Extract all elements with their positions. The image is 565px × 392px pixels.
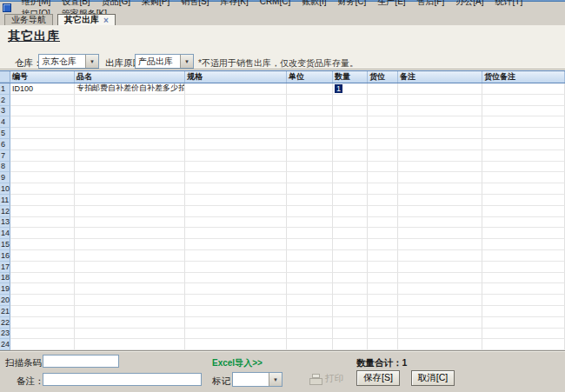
table-cell[interactable] — [398, 183, 482, 195]
table-cell[interactable] — [287, 83, 333, 95]
table-cell[interactable] — [333, 162, 368, 173]
table-cell[interactable] — [333, 206, 368, 217]
table-cell[interactable] — [368, 317, 398, 329]
table-cell[interactable] — [482, 329, 565, 340]
table-cell[interactable] — [482, 128, 565, 139]
table-cell[interactable] — [398, 206, 482, 217]
tab-other-outbound[interactable]: 其它出库 × — [57, 14, 116, 25]
menu-item-8[interactable]: 财务[C] — [332, 0, 372, 6]
table-cell[interactable] — [75, 283, 185, 295]
table-cell[interactable] — [185, 306, 287, 317]
table-cell[interactable] — [333, 116, 368, 128]
table-cell[interactable] — [368, 183, 398, 195]
table-cell[interactable] — [482, 150, 565, 162]
table-cell[interactable] — [75, 217, 185, 229]
table-cell[interactable] — [10, 239, 75, 250]
table-cell[interactable] — [185, 339, 287, 350]
table-cell[interactable] — [185, 206, 287, 217]
menu-item-7[interactable]: 账款[I] — [296, 0, 332, 6]
table-cell[interactable] — [482, 183, 565, 195]
table-cell[interactable] — [287, 239, 333, 250]
row-number-cell[interactable]: 19 — [0, 283, 10, 295]
menu-item-11[interactable]: 办公[A] — [450, 0, 489, 6]
table-cell[interactable] — [333, 217, 368, 229]
row-number-cell[interactable]: 17 — [0, 262, 10, 273]
table-cell[interactable] — [482, 283, 565, 295]
table-cell[interactable] — [185, 228, 287, 239]
table-cell[interactable] — [482, 273, 565, 284]
table-cell[interactable] — [10, 317, 75, 329]
row-number-cell[interactable]: 16 — [0, 250, 10, 262]
table-cell[interactable] — [75, 162, 185, 173]
table-cell[interactable] — [10, 206, 75, 217]
table-cell[interactable] — [185, 317, 287, 329]
table-cell[interactable] — [333, 239, 368, 250]
table-cell[interactable] — [333, 262, 368, 273]
table-cell[interactable] — [398, 95, 482, 106]
table-cell[interactable] — [482, 206, 565, 217]
table-cell[interactable] — [333, 339, 368, 350]
table-cell[interactable] — [287, 183, 333, 195]
table-cell[interactable] — [10, 150, 75, 162]
table-cell[interactable] — [368, 306, 398, 317]
table-cell[interactable] — [185, 95, 287, 106]
table-cell[interactable] — [368, 83, 398, 95]
table-cell[interactable] — [368, 273, 398, 284]
table-cell[interactable] — [482, 139, 565, 150]
row-number-cell[interactable]: 2 — [0, 95, 10, 106]
table-cell[interactable] — [75, 317, 185, 329]
scan-barcode-input[interactable] — [43, 355, 119, 368]
table-cell[interactable] — [333, 106, 368, 117]
row-number-cell[interactable]: 23 — [0, 329, 10, 340]
table-cell[interactable] — [368, 250, 398, 262]
table-cell[interactable] — [398, 317, 482, 329]
table-cell[interactable] — [482, 339, 565, 350]
table-cell[interactable] — [333, 329, 368, 340]
table-cell[interactable] — [368, 139, 398, 150]
table-cell[interactable] — [10, 183, 75, 195]
table-cell[interactable] — [75, 150, 185, 162]
table-cell[interactable] — [333, 128, 368, 139]
table-cell[interactable] — [75, 172, 185, 183]
table-cell[interactable] — [482, 106, 565, 117]
table-cell[interactable] — [75, 95, 185, 106]
table-cell[interactable] — [185, 250, 287, 262]
chevron-down-icon[interactable]: ▼ — [85, 55, 98, 68]
row-number-cell[interactable]: 15 — [0, 239, 10, 250]
row-number-cell[interactable]: 1 — [0, 83, 10, 95]
table-cell[interactable] — [368, 262, 398, 273]
table-cell[interactable] — [10, 329, 75, 340]
table-cell[interactable] — [287, 262, 333, 273]
table-cell[interactable] — [482, 250, 565, 262]
row-number-cell[interactable]: 3 — [0, 106, 10, 117]
table-cell[interactable] — [10, 128, 75, 139]
table-cell[interactable] — [398, 283, 482, 295]
table-cell[interactable] — [398, 306, 482, 317]
table-cell[interactable] — [368, 150, 398, 162]
table-cell[interactable] — [10, 228, 75, 239]
table-cell[interactable] — [75, 195, 185, 206]
table-cell[interactable] — [368, 116, 398, 128]
table-cell[interactable] — [368, 172, 398, 183]
table-cell[interactable]: 专拍邮费自补差价自补差多少拍多少 — [75, 83, 185, 95]
menu-item-9[interactable]: 生产[E] — [372, 0, 411, 6]
table-cell[interactable] — [482, 295, 565, 306]
table-cell[interactable] — [482, 195, 565, 206]
table-cell[interactable] — [75, 128, 185, 139]
table-cell[interactable] — [75, 239, 185, 250]
row-number-cell[interactable]: 10 — [0, 183, 10, 195]
table-cell[interactable] — [287, 295, 333, 306]
menu-item-10[interactable]: 售后[F] — [411, 0, 450, 6]
table-cell[interactable] — [287, 273, 333, 284]
table-cell[interactable] — [368, 162, 398, 173]
table-cell[interactable] — [287, 106, 333, 117]
table-cell[interactable] — [398, 139, 482, 150]
warehouse-select[interactable]: 京东仓库 ▼ — [38, 54, 99, 69]
row-number-cell[interactable]: 5 — [0, 128, 10, 139]
table-cell[interactable] — [482, 95, 565, 106]
row-number-cell[interactable]: 22 — [0, 317, 10, 329]
row-number-cell[interactable]: 24 — [0, 339, 10, 350]
table-cell[interactable] — [333, 195, 368, 206]
cancel-button[interactable]: 取消[C] — [411, 370, 455, 386]
table-cell[interactable] — [368, 295, 398, 306]
